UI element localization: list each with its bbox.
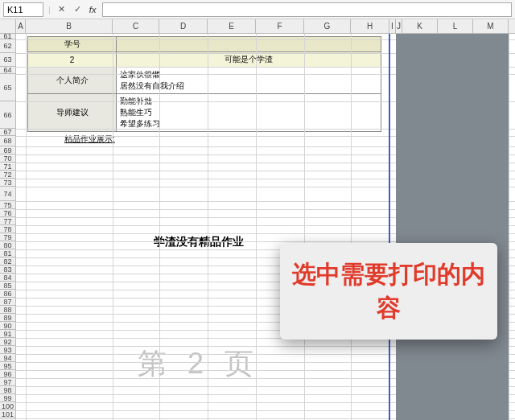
row-header-101[interactable]: 101: [0, 410, 15, 418]
name-box[interactable]: K11: [3, 2, 43, 17]
select-all-corner[interactable]: [0, 19, 16, 33]
row-header-61[interactable]: 61: [0, 34, 15, 39]
row-header-70[interactable]: 70: [0, 154, 15, 163]
col-header-F[interactable]: F: [256, 19, 304, 33]
row-header-81[interactable]: 81: [0, 249, 15, 257]
advice-label-cell[interactable]: 导师建议: [28, 94, 117, 132]
row-header-62[interactable]: 62: [0, 39, 15, 53]
row-header-88[interactable]: 88: [0, 306, 15, 314]
id-value-cell[interactable]: 2: [28, 52, 117, 68]
advice-value-cell[interactable]: 勤能补拙熟能生巧希望多练习: [117, 94, 381, 132]
toolbar-separator: |: [48, 5, 51, 14]
page-break-line: [389, 34, 390, 420]
row-header-87[interactable]: 87: [0, 298, 15, 306]
col-header-E[interactable]: E: [208, 19, 256, 33]
row-header-65[interactable]: 65: [0, 74, 15, 101]
row-header-63[interactable]: 63: [0, 53, 15, 67]
row-header-89[interactable]: 89: [0, 314, 15, 322]
row-header-69[interactable]: 69: [0, 146, 15, 154]
fx-icon[interactable]: fx: [89, 5, 97, 14]
col-header-H[interactable]: H: [351, 19, 389, 33]
cancel-icon[interactable]: ✕: [56, 3, 68, 16]
row-header-83[interactable]: 83: [0, 266, 15, 274]
row-header-84[interactable]: 84: [0, 274, 15, 282]
row-header-74[interactable]: 74: [0, 187, 15, 201]
col-header-J[interactable]: J: [396, 19, 402, 33]
row-header-67[interactable]: 67: [0, 129, 15, 136]
row-header-77[interactable]: 77: [0, 217, 15, 225]
row-header-99[interactable]: 99: [0, 394, 15, 402]
row-header-82[interactable]: 82: [0, 257, 15, 266]
sheet-area[interactable]: 学号 2 可能是个学渣 个人简介 这家伙很懒居然没有自我介绍 导师建议 勤能补拙…: [16, 34, 515, 420]
formula-input[interactable]: [102, 2, 512, 17]
row-header-92[interactable]: 92: [0, 338, 15, 346]
row-header-71[interactable]: 71: [0, 163, 15, 171]
row-header-80[interactable]: 80: [0, 241, 15, 249]
column-headers: ABCDEFGHIJKLM: [0, 19, 515, 34]
student-table: 学号 2 可能是个学渣 个人简介 这家伙很懒居然没有自我介绍 导师建议 勤能补拙…: [27, 36, 381, 132]
col-header-D[interactable]: D: [159, 19, 208, 33]
row-header-97[interactable]: 97: [0, 378, 15, 386]
row-header-78[interactable]: 78: [0, 225, 15, 233]
row-header-91[interactable]: 91: [0, 330, 15, 338]
col-header-K[interactable]: K: [402, 19, 438, 33]
col-header-L[interactable]: L: [438, 19, 473, 33]
row-header-85[interactable]: 85: [0, 282, 15, 290]
col-header-C[interactable]: C: [113, 19, 159, 33]
row-header-73[interactable]: 73: [0, 179, 15, 187]
out-of-print-area: [396, 34, 509, 420]
row-header-86[interactable]: 86: [0, 290, 15, 298]
row-header-76[interactable]: 76: [0, 209, 15, 217]
row-header-64[interactable]: 64: [0, 67, 15, 74]
row-header-93[interactable]: 93: [0, 346, 15, 354]
row-header-79[interactable]: 79: [0, 233, 15, 241]
col-header-A[interactable]: A: [16, 19, 26, 33]
col-header-G[interactable]: G: [304, 19, 351, 33]
col-header-M[interactable]: M: [473, 19, 509, 33]
accept-icon[interactable]: ✓: [72, 3, 84, 16]
instruction-callout: 选中需要打印的内容: [280, 243, 497, 340]
row-header-96[interactable]: 96: [0, 370, 15, 378]
intro-label-cell[interactable]: 个人简介: [28, 68, 117, 94]
row-headers: 6162636465666768697071727374757677787980…: [0, 34, 16, 420]
row-header-68[interactable]: 68: [0, 136, 15, 146]
row-header-94[interactable]: 94: [0, 354, 15, 362]
col-header-I[interactable]: I: [389, 19, 396, 33]
row-header-100[interactable]: 100: [0, 402, 15, 410]
col-header-B[interactable]: B: [26, 19, 113, 33]
formula-toolbar: K11 | ✕ ✓ fx: [0, 0, 515, 19]
row-header-98[interactable]: 98: [0, 386, 15, 394]
intro-value-cell[interactable]: 这家伙很懒居然没有自我介绍: [117, 68, 381, 94]
name-value-cell[interactable]: 可能是个学渣: [117, 52, 381, 68]
row-header-75[interactable]: 75: [0, 201, 15, 209]
row-header-72[interactable]: 72: [0, 171, 15, 179]
row-header-95[interactable]: 95: [0, 362, 15, 370]
row-header-66[interactable]: 66: [0, 101, 15, 129]
row-header-90[interactable]: 90: [0, 322, 15, 330]
